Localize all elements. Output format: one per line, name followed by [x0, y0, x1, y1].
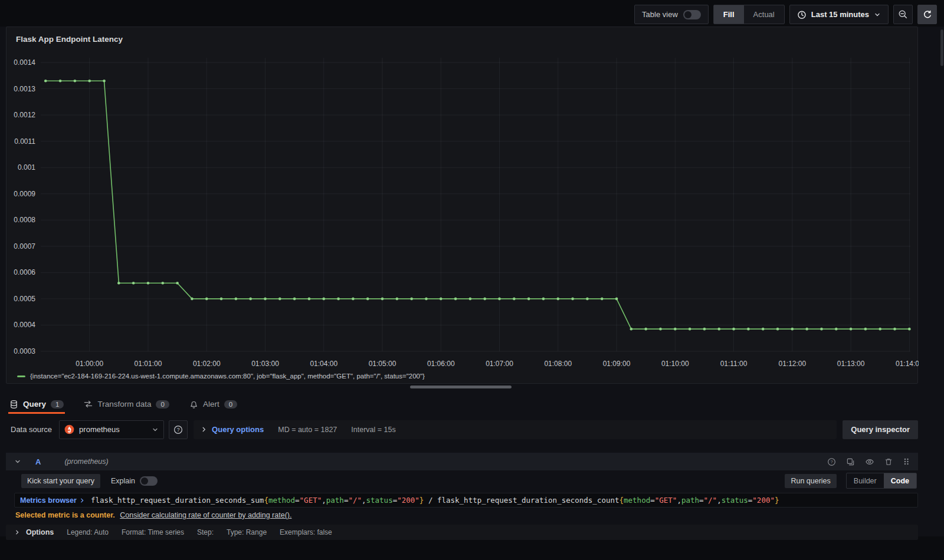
metrics-browser-button[interactable]: Metrics browser [20, 496, 85, 505]
max-data-points-value: MD = auto = 1827 [278, 426, 337, 434]
svg-text:01:08:00: 01:08:00 [544, 360, 572, 368]
query-inspector-button[interactable]: Query inspector [843, 420, 918, 439]
query-datasource-hint: (prometheus) [64, 457, 108, 466]
svg-text:01:03:00: 01:03:00 [251, 360, 279, 368]
svg-text:01:14:00: 01:14:00 [896, 360, 919, 368]
query-ref-id: A [35, 457, 41, 466]
panel-resize-handle[interactable] [410, 386, 512, 388]
svg-text:0.0006: 0.0006 [14, 268, 35, 276]
tab-query-label: Query [23, 400, 46, 409]
svg-text:0.0014: 0.0014 [14, 58, 35, 67]
bottom-strip [0, 536, 944, 560]
actual-button[interactable]: Actual [744, 5, 784, 24]
svg-text:0.0013: 0.0013 [14, 85, 35, 93]
refresh-button[interactable] [917, 5, 937, 24]
query-options-link[interactable]: Query options [212, 425, 264, 434]
metrics-browser-label: Metrics browser [20, 496, 77, 505]
panel-edit-toolbar: Table view Fill Actual Last 15 minutes [634, 5, 937, 24]
svg-text:01:11:00: 01:11:00 [720, 360, 748, 368]
duplicate-query-icon[interactable] [846, 457, 855, 466]
chevron-right-icon [201, 426, 207, 433]
options-label: Options [26, 528, 54, 536]
promql-expression-input[interactable]: flask_http_request_duration_seconds_sum{… [91, 496, 779, 505]
svg-text:?: ? [830, 459, 832, 465]
svg-text:01:06:00: 01:06:00 [427, 360, 455, 368]
svg-text:01:13:00: 01:13:00 [837, 360, 865, 368]
time-range-label: Last 15 minutes [811, 10, 869, 19]
datasource-selected-value: prometheus [79, 425, 147, 434]
code-button[interactable]: Code [884, 473, 916, 488]
collapse-chevron-icon[interactable] [14, 458, 21, 465]
options-expander[interactable]: Options [14, 528, 54, 536]
svg-text:0.001: 0.001 [18, 163, 35, 172]
fill-button[interactable]: Fill [714, 5, 744, 24]
zoom-out-button[interactable] [893, 5, 913, 24]
drag-handle-icon[interactable] [903, 457, 910, 466]
chevron-down-icon [152, 426, 159, 433]
run-queries-button[interactable]: Run queries [785, 474, 836, 488]
option-exemplars: Exemplars: false [280, 528, 332, 536]
interval-value: Interval = 15s [351, 426, 395, 434]
series-color-dash [17, 375, 25, 377]
explain-toggle[interactable] [140, 476, 158, 486]
latency-chart: 0.00140.00130.00120.00110.0010.00090.000… [6, 51, 919, 375]
svg-text:01:02:00: 01:02:00 [193, 360, 221, 368]
svg-text:0.0009: 0.0009 [14, 190, 35, 198]
svg-text:01:07:00: 01:07:00 [486, 360, 513, 368]
option-legend: Legend: Auto [67, 528, 109, 536]
query-editor: Kick start your query Explain Run querie… [6, 470, 918, 540]
legend-item[interactable]: {instance="ec2-184-169-216-224.us-west-1… [17, 373, 425, 380]
svg-text:0.0011: 0.0011 [14, 137, 35, 146]
fill-actual-group: Fill Actual [713, 5, 785, 24]
panel-title: Flask App Endpoint Latency [6, 27, 917, 44]
svg-text:0.0012: 0.0012 [14, 111, 35, 119]
datasource-row: Data source prometheus ? Query options M… [11, 420, 918, 439]
svg-text:01:00:00: 01:00:00 [76, 360, 103, 368]
editor-actions-row: Kick start your query Explain Run querie… [21, 473, 917, 489]
option-type: Type: Range [227, 528, 267, 536]
tab-transform-badge: 0 [156, 400, 169, 409]
legend-label: {instance="ec2-184-169-216-224.us-west-1… [30, 373, 425, 380]
vertical-scrollbar-thumb[interactable] [940, 29, 943, 66]
prometheus-logo-icon [64, 424, 74, 434]
svg-text:01:04:00: 01:04:00 [310, 360, 337, 368]
svg-text:01:12:00: 01:12:00 [778, 360, 806, 368]
datasource-select[interactable]: prometheus [59, 420, 164, 439]
svg-text:0.0005: 0.0005 [14, 295, 35, 303]
tab-alert-label: Alert [203, 400, 219, 409]
chevron-down-icon [874, 11, 881, 18]
query-options-summary-row: Options Legend: Auto Format: Time series… [6, 525, 918, 540]
query-help-icon[interactable]: ? [827, 457, 836, 466]
promql-input-row: Metrics browser flask_http_request_durat… [14, 493, 918, 508]
tab-query-badge: 1 [51, 400, 64, 409]
query-row-actions: ? [827, 457, 910, 466]
table-view-toggle[interactable] [683, 10, 701, 19]
tab-alert-badge: 0 [224, 400, 237, 409]
warning-rate-hint-link[interactable]: Consider calculating rate of counter by … [120, 511, 291, 519]
hide-response-eye-icon[interactable] [865, 457, 874, 466]
editor-tabs: Query 1 Transform data 0 Alert 0 [8, 394, 238, 414]
svg-text:0.0003: 0.0003 [14, 347, 35, 355]
tab-transform-label: Transform data [97, 400, 151, 409]
svg-text:0.0008: 0.0008 [14, 216, 35, 224]
tab-alert[interactable]: Alert 0 [188, 394, 238, 414]
editor-right-actions: Run queries Builder Code [785, 473, 917, 489]
time-range-picker[interactable]: Last 15 minutes [789, 5, 889, 24]
svg-text:01:10:00: 01:10:00 [661, 360, 689, 368]
query-row-header[interactable]: A (prometheus) ? [6, 453, 918, 470]
warning-text: Selected metric is a counter. [15, 511, 115, 519]
svg-text:01:05:00: 01:05:00 [369, 360, 396, 368]
counter-warning: Selected metric is a counter. Consider c… [15, 511, 918, 519]
delete-query-trash-icon[interactable] [884, 457, 893, 466]
builder-code-group: Builder Code [846, 473, 917, 489]
kick-start-query-button[interactable]: Kick start your query [21, 474, 100, 488]
tab-query[interactable]: Query 1 [8, 394, 65, 414]
svg-text:01:01:00: 01:01:00 [135, 360, 162, 368]
time-series-panel: Flask App Endpoint Latency 0.00140.00130… [6, 27, 918, 384]
database-icon [9, 400, 18, 409]
svg-text:?: ? [177, 427, 180, 433]
tab-transform-data[interactable]: Transform data 0 [83, 394, 170, 414]
builder-button[interactable]: Builder [847, 473, 884, 488]
clock-icon [797, 10, 807, 19]
datasource-help-button[interactable]: ? [169, 420, 188, 439]
